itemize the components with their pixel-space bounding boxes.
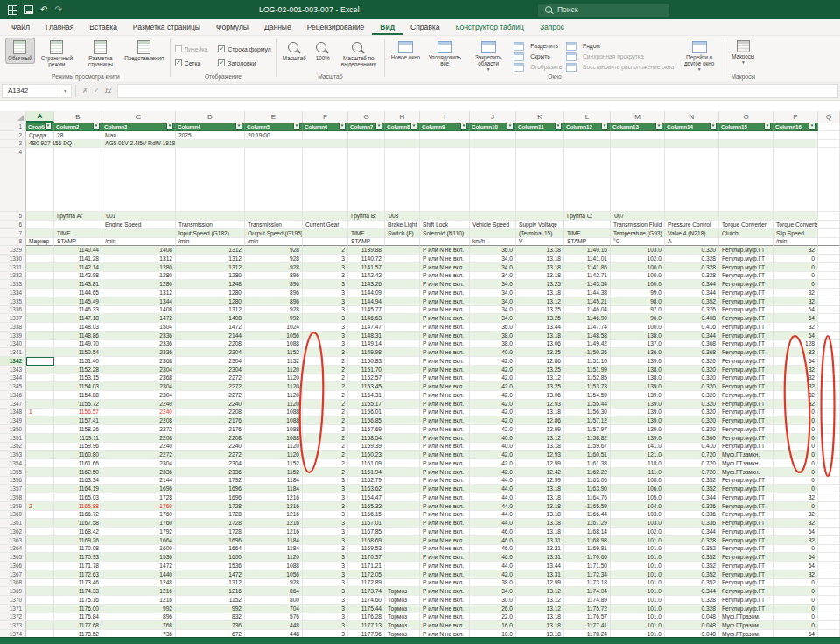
cell[interactable]: 0.720 (665, 451, 719, 459)
cell[interactable]: Р или N не вкл. (420, 502, 470, 511)
cell[interactable] (385, 382, 420, 391)
cell[interactable]: Р или N не вкл. (420, 494, 470, 502)
filter-icon[interactable]: ▼ (293, 122, 300, 130)
cell[interactable]: 100.0 (611, 323, 665, 332)
cell[interactable]: Р или N не вкл. (420, 272, 470, 281)
cell[interactable]: 13.31 (516, 536, 564, 545)
cell[interactable]: '001 (102, 212, 176, 220)
row-header[interactable]: 1334 (0, 289, 26, 298)
row-header[interactable]: 1349 (0, 416, 26, 425)
cell[interactable] (26, 443, 54, 452)
cell[interactable]: 34.0 (470, 306, 516, 315)
cell[interactable] (818, 553, 840, 562)
cell[interactable]: Brake Light (385, 220, 420, 229)
filter-icon[interactable]: ▼ (339, 122, 346, 130)
cell[interactable]: 42.0 (470, 382, 516, 391)
row-header[interactable]: 4 (0, 148, 26, 212)
cell[interactable]: 0.352 (665, 562, 719, 570)
cell[interactable]: 34.0 (470, 298, 516, 306)
cell[interactable]: 448 (245, 621, 303, 630)
cell[interactable]: 16.0 (470, 621, 516, 630)
cell[interactable]: 928 (245, 263, 303, 272)
cell[interactable] (818, 374, 840, 383)
cell[interactable]: 1141.01 (564, 255, 611, 263)
cell[interactable] (26, 148, 54, 212)
cell[interactable] (818, 468, 840, 477)
cell[interactable]: 3 (303, 263, 348, 272)
cell[interactable]: 1280 (176, 272, 245, 281)
cell[interactable]: Р или N не вкл. (420, 579, 470, 588)
cell[interactable]: 1248 (176, 280, 245, 289)
cell[interactable]: 32 (774, 511, 818, 520)
cell[interactable]: 1153.15 (54, 374, 102, 383)
cell[interactable]: 3 (303, 511, 348, 520)
cell[interactable]: 1155.17 (348, 400, 385, 409)
cell[interactable]: 1161.09 (348, 459, 385, 468)
ribbon-tab[interactable]: Запрос (532, 19, 572, 35)
cell[interactable]: 13.06 (516, 340, 564, 349)
cell[interactable]: Р или N не вкл. (420, 443, 470, 452)
cell[interactable]: Р или N не вкл. (420, 409, 470, 417)
cell[interactable] (564, 220, 611, 229)
cell[interactable] (26, 613, 54, 622)
cell[interactable]: Р или N не вкл. (420, 400, 470, 409)
cell[interactable]: 2 (303, 468, 348, 477)
cell[interactable]: 2272 (102, 451, 176, 459)
ribbon-tab[interactable]: Рецензирование (299, 19, 373, 35)
cell[interactable]: 103.0 (611, 511, 665, 520)
cell[interactable]: 1164.76 (564, 494, 611, 502)
ribbon-tab[interactable]: Справка (402, 19, 447, 35)
row-header[interactable]: 1345 (0, 382, 26, 391)
cell[interactable]: 13.18 (516, 502, 564, 511)
cell[interactable] (303, 229, 348, 238)
cell[interactable]: 0 (774, 477, 818, 486)
cell[interactable]: 138.0 (611, 366, 665, 374)
cell[interactable]: 1760 (102, 502, 176, 511)
cell[interactable]: 100.0 (611, 272, 665, 281)
cell[interactable] (26, 246, 54, 255)
ribbon-button[interactable]: Скрыть (514, 52, 562, 61)
cell[interactable]: 13.12 (516, 596, 564, 605)
cell[interactable]: 3 (303, 545, 348, 554)
table-header-cell[interactable]: Column7▼ (348, 122, 385, 131)
cell[interactable]: 1163.90 (564, 485, 611, 494)
row-header[interactable]: 1368 (0, 579, 26, 588)
column-header-I[interactable]: I (420, 111, 470, 122)
cell[interactable]: 0 (774, 621, 818, 630)
cell[interactable]: 0.320 (665, 366, 719, 374)
cell[interactable]: (Terminal 15) (516, 229, 564, 238)
cell[interactable]: 864 (245, 587, 303, 596)
cell[interactable]: 0 (774, 434, 818, 443)
cell[interactable] (719, 238, 774, 247)
cell[interactable] (818, 502, 840, 511)
cell[interactable]: 1216 (102, 596, 176, 605)
cell[interactable]: 32 (774, 382, 818, 391)
cell[interactable]: Switch (F) (385, 229, 420, 238)
cell[interactable]: 1142.71 (564, 272, 611, 281)
cell[interactable]: 13.18 (516, 443, 564, 452)
cell[interactable]: 1173.46 (54, 579, 102, 588)
cell[interactable]: 4B0 927 156 DQ (26, 140, 102, 149)
cell[interactable] (818, 348, 840, 357)
cell[interactable]: 3 (303, 596, 348, 605)
row-header[interactable]: 1362 (0, 528, 26, 536)
cell[interactable]: 832 (176, 613, 245, 622)
cell[interactable]: 3 (303, 332, 348, 340)
cell[interactable] (818, 434, 840, 443)
cell[interactable]: 1168.14 (564, 528, 611, 536)
cell[interactable] (26, 553, 54, 562)
cell[interactable] (303, 148, 348, 212)
cell[interactable]: 38.0 (470, 579, 516, 588)
cell[interactable]: 1408 (176, 314, 245, 323)
ribbon-button[interactable]: Синхронная прокрутка (566, 52, 674, 61)
cell[interactable] (818, 263, 840, 272)
cell[interactable]: Р или N не вкл. (420, 255, 470, 263)
cell[interactable]: 0.410 (665, 443, 719, 452)
cell[interactable]: 1167.85 (348, 528, 385, 536)
cell[interactable]: 34.0 (470, 272, 516, 281)
cell[interactable]: 1159.39 (348, 443, 385, 452)
cell[interactable]: Регулир.муф.ГТ (719, 357, 774, 366)
cell[interactable]: 1088 (245, 416, 303, 425)
row-header[interactable]: 1367 (0, 570, 26, 579)
cell[interactable] (385, 562, 420, 570)
